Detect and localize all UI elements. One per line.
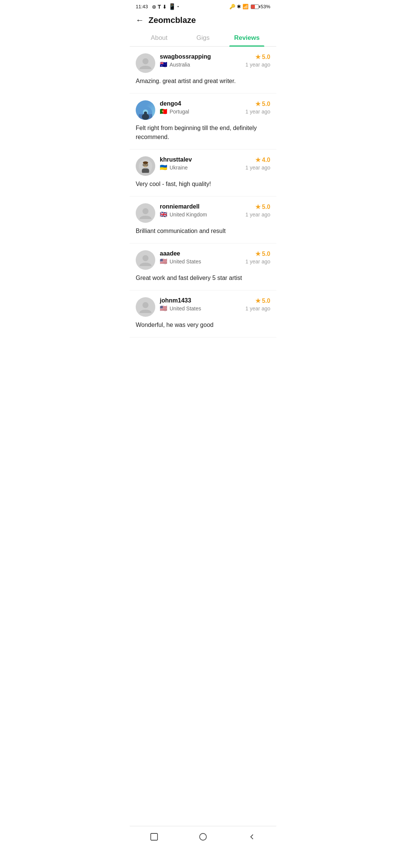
page-title: Zeomcblaze xyxy=(148,15,196,25)
rating: ★ 5.0 xyxy=(255,100,270,107)
rating: ★ 4.0 xyxy=(255,156,270,163)
rating-value: 5.0 xyxy=(262,298,270,304)
country-name: United States xyxy=(170,305,201,312)
default-avatar-icon xyxy=(139,206,152,220)
avatar xyxy=(136,250,155,270)
rating-value: 4.0 xyxy=(262,157,270,163)
svg-point-14 xyxy=(142,255,148,261)
flag-icon: 🇵🇹 xyxy=(160,109,167,115)
country-name: United Kingdom xyxy=(170,212,207,218)
avatar-photo-icon xyxy=(139,106,152,120)
tab-gigs[interactable]: Gigs xyxy=(181,30,225,46)
avatar xyxy=(136,156,155,176)
avatar xyxy=(136,100,155,120)
flag-icon: 🇦🇺 xyxy=(160,62,167,68)
avatar xyxy=(136,297,155,317)
svg-point-12 xyxy=(143,162,148,164)
svg-point-15 xyxy=(142,302,148,308)
reviewer-location: 🇬🇧 United Kingdom 1 year ago xyxy=(160,212,270,218)
review-item: ronniemardell ★ 5.0 🇬🇧 United Kingdom 1 … xyxy=(130,197,276,243)
rating: ★ 5.0 xyxy=(255,53,270,60)
country-name: Australia xyxy=(170,62,190,68)
flag-icon: 🇺🇦 xyxy=(160,165,167,171)
reviewer-location: 🇦🇺 Australia 1 year ago xyxy=(160,62,270,68)
tab-about[interactable]: About xyxy=(137,30,181,46)
default-avatar-icon xyxy=(139,300,152,314)
time-ago: 1 year ago xyxy=(190,165,270,171)
rating-value: 5.0 xyxy=(262,204,270,210)
review-item: dengo4 ★ 5.0 🇵🇹 Portugal 1 year ago Felt… xyxy=(130,94,276,150)
flag-icon: 🇺🇸 xyxy=(160,305,167,312)
default-avatar-icon xyxy=(139,56,152,70)
review-item: aaadee ★ 5.0 🇺🇸 United States 1 year ago… xyxy=(130,243,276,290)
time-ago: 1 year ago xyxy=(191,109,270,115)
svg-point-5 xyxy=(144,112,147,115)
reviewer-name: dengo4 xyxy=(160,100,181,107)
country-name: Ukraine xyxy=(170,165,188,171)
rating: ★ 5.0 xyxy=(255,250,270,257)
status-bar: 11:43 ⊕ T ⬇ 📱 • 🔑 ✱ 📶 53% xyxy=(130,0,276,12)
time-ago: 1 year ago xyxy=(203,305,270,312)
rating-value: 5.0 xyxy=(262,101,270,107)
rating-value: 5.0 xyxy=(262,251,270,257)
time-display: 11:43 xyxy=(136,4,148,9)
review-text: Felt right from beginning till the end, … xyxy=(136,124,270,142)
tab-reviews[interactable]: Reviews xyxy=(225,30,269,46)
avatar xyxy=(136,53,155,73)
review-text: Brilliant communication and result xyxy=(136,227,270,236)
star-icon: ★ xyxy=(255,203,261,210)
reviewer-name: khrusttalev xyxy=(160,156,192,163)
review-item: johnm1433 ★ 5.0 🇺🇸 United States 1 year … xyxy=(130,290,276,337)
page-header: ← Zeomcblaze xyxy=(130,12,276,30)
battery-icon xyxy=(251,5,259,9)
review-item: khrusttalev ★ 4.0 🇺🇦 Ukraine 1 year ago … xyxy=(130,150,276,197)
svg-point-0 xyxy=(142,58,148,64)
rating-value: 5.0 xyxy=(262,54,270,60)
status-icons: 🔑 ✱ 📶 53% xyxy=(229,4,270,9)
svg-rect-11 xyxy=(142,168,149,173)
flag-icon: 🇬🇧 xyxy=(160,212,167,218)
star-icon: ★ xyxy=(255,156,261,163)
reviewer-name: swagbossrapping xyxy=(160,53,211,60)
rating: ★ 5.0 xyxy=(255,297,270,304)
reviewer-name: aaadee xyxy=(160,250,180,257)
country-name: United States xyxy=(170,259,201,265)
review-text: Very cool - fast, high quality! xyxy=(136,180,270,189)
reviewer-location: 🇺🇸 United States 1 year ago xyxy=(160,259,270,265)
time-ago: 1 year ago xyxy=(192,62,270,68)
review-text: Wonderful, he was very good xyxy=(136,321,270,330)
star-icon: ★ xyxy=(255,250,261,257)
time-ago: 1 year ago xyxy=(203,259,270,265)
reviewer-name: johnm1433 xyxy=(160,297,191,304)
back-button[interactable]: ← xyxy=(136,16,144,24)
time-ago: 1 year ago xyxy=(209,212,270,218)
default-avatar-icon xyxy=(139,253,152,267)
battery-percent: 53% xyxy=(261,4,270,9)
reviewer-location: 🇵🇹 Portugal 1 year ago xyxy=(160,109,270,115)
review-text: Great work and fast delivery 5 star arti… xyxy=(136,274,270,283)
reviewer-location: 🇺🇸 United States 1 year ago xyxy=(160,305,270,312)
review-item: swagbossrapping ★ 5.0 🇦🇺 Australia 1 yea… xyxy=(130,47,276,94)
svg-point-13 xyxy=(142,208,148,214)
star-icon: ★ xyxy=(255,297,261,304)
country-name: Portugal xyxy=(170,109,189,115)
review-text: Amazing. great artist and great writer. xyxy=(136,77,270,86)
status-time: 11:43 ⊕ T ⬇ 📱 • xyxy=(136,3,179,10)
avatar xyxy=(136,203,155,223)
star-icon: ★ xyxy=(255,100,261,107)
reviewer-name: ronniemardell xyxy=(160,203,200,210)
reviewer-location: 🇺🇦 Ukraine 1 year ago xyxy=(160,165,270,171)
reviews-list: swagbossrapping ★ 5.0 🇦🇺 Australia 1 yea… xyxy=(130,47,276,337)
flag-icon: 🇺🇸 xyxy=(160,259,167,265)
tab-bar: About Gigs Reviews xyxy=(130,30,276,47)
avatar-photo-icon xyxy=(139,159,152,173)
star-icon: ★ xyxy=(255,53,261,60)
rating: ★ 5.0 xyxy=(255,203,270,210)
